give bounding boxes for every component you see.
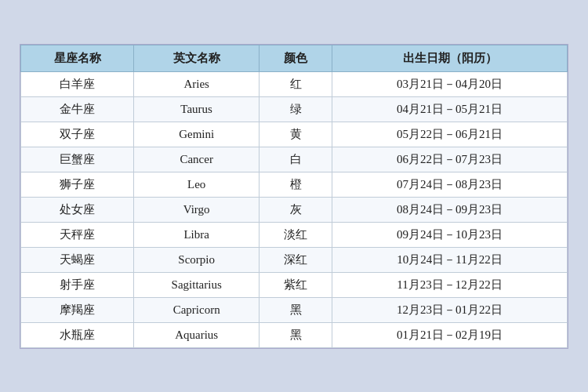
cell-dates: 07月24日－08月23日 [332,172,568,197]
cell-chinese-name: 狮子座 [21,172,134,197]
table-row: 双子座Gemini黄05月22日－06月21日 [21,122,568,147]
cell-dates: 10月24日－11月22日 [332,247,568,272]
cell-chinese-name: 巨蟹座 [21,147,134,172]
cell-chinese-name: 双子座 [21,122,134,147]
cell-english-name: Gemini [134,122,260,147]
table-header-row: 星座名称 英文名称 颜色 出生日期（阳历） [21,45,568,71]
table-row: 金牛座Taurus绿04月21日－05月21日 [21,96,568,122]
cell-color: 深红 [260,247,332,272]
cell-color: 灰 [260,197,332,222]
zodiac-table: 星座名称 英文名称 颜色 出生日期（阳历） 白羊座Aries红03月21日－04… [20,45,568,348]
zodiac-table-wrapper: 星座名称 英文名称 颜色 出生日期（阳历） 白羊座Aries红03月21日－04… [20,44,568,349]
header-chinese-name: 星座名称 [21,45,134,71]
cell-color: 白 [260,147,332,172]
cell-chinese-name: 天秤座 [21,222,134,247]
table-row: 巨蟹座Cancer白06月22日－07月23日 [21,147,568,172]
cell-dates: 04月21日－05月21日 [332,96,568,122]
cell-english-name: Capricorn [134,297,260,322]
cell-color: 黑 [260,297,332,322]
cell-chinese-name: 水瓶座 [21,322,134,347]
cell-english-name: Libra [134,222,260,247]
cell-dates: 08月24日－09月23日 [332,197,568,222]
cell-dates: 06月22日－07月23日 [332,147,568,172]
table-row: 处女座Virgo灰08月24日－09月23日 [21,197,568,222]
cell-english-name: Taurus [134,96,260,122]
cell-chinese-name: 射手座 [21,272,134,297]
cell-dates: 09月24日－10月23日 [332,222,568,247]
cell-color: 黑 [260,322,332,347]
table-row: 白羊座Aries红03月21日－04月20日 [21,71,568,96]
cell-chinese-name: 摩羯座 [21,297,134,322]
table-body: 白羊座Aries红03月21日－04月20日金牛座Taurus绿04月21日－0… [21,71,568,347]
cell-chinese-name: 天蝎座 [21,247,134,272]
cell-english-name: Leo [134,172,260,197]
cell-dates: 11月23日－12月22日 [332,272,568,297]
cell-color: 黄 [260,122,332,147]
cell-color: 红 [260,71,332,96]
table-row: 摩羯座Capricorn黑12月23日－01月22日 [21,297,568,322]
cell-color: 橙 [260,172,332,197]
table-row: 狮子座Leo橙07月24日－08月23日 [21,172,568,197]
header-color: 颜色 [260,45,332,71]
cell-english-name: Scorpio [134,247,260,272]
cell-dates: 01月21日－02月19日 [332,322,568,347]
table-row: 射手座Sagittarius紫红11月23日－12月22日 [21,272,568,297]
cell-english-name: Aquarius [134,322,260,347]
table-row: 天秤座Libra淡红09月24日－10月23日 [21,222,568,247]
cell-english-name: Sagittarius [134,272,260,297]
header-english-name: 英文名称 [134,45,260,71]
cell-color: 淡红 [260,222,332,247]
cell-chinese-name: 处女座 [21,197,134,222]
cell-chinese-name: 金牛座 [21,96,134,122]
cell-chinese-name: 白羊座 [21,71,134,96]
table-row: 水瓶座Aquarius黑01月21日－02月19日 [21,322,568,347]
cell-dates: 12月23日－01月22日 [332,297,568,322]
header-dates: 出生日期（阳历） [332,45,568,71]
cell-dates: 05月22日－06月21日 [332,122,568,147]
cell-english-name: Virgo [134,197,260,222]
cell-english-name: Aries [134,71,260,96]
cell-color: 绿 [260,96,332,122]
cell-english-name: Cancer [134,147,260,172]
cell-dates: 03月21日－04月20日 [332,71,568,96]
table-row: 天蝎座Scorpio深红10月24日－11月22日 [21,247,568,272]
cell-color: 紫红 [260,272,332,297]
